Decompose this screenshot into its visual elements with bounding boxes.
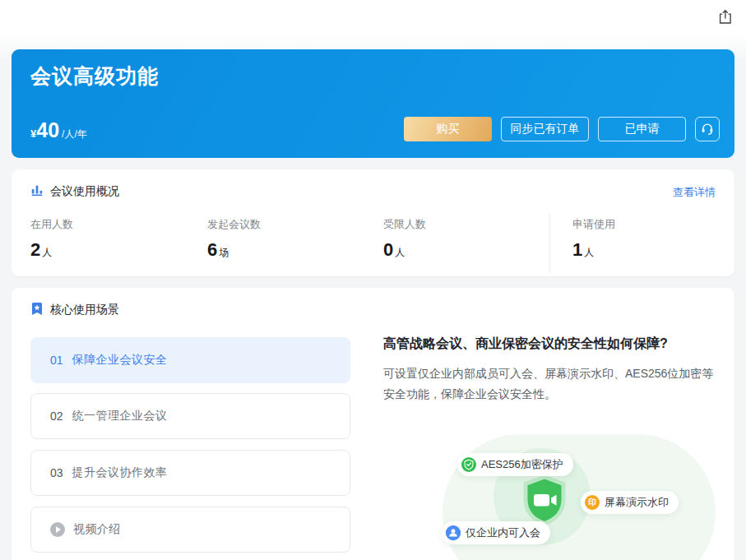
badge-label: AES256加密保护 xyxy=(481,457,563,472)
badge-internal-only: 仅企业内可入会 xyxy=(442,521,550,544)
stat-value: 6场 xyxy=(207,239,261,261)
bar-chart-icon xyxy=(30,183,44,199)
person-icon xyxy=(446,525,461,540)
stat-active-users: 在用人数 2人 xyxy=(30,217,73,261)
video-intro-label: 视频介绍 xyxy=(73,522,121,537)
usage-card-header: 会议使用概况 xyxy=(30,183,119,199)
scene-item-number: 02 xyxy=(50,410,63,423)
badge-label: 屏幕演示水印 xyxy=(605,495,669,510)
shield-check-icon xyxy=(461,457,476,472)
stat-label: 发起会议数 xyxy=(207,217,261,232)
share-icon xyxy=(716,8,733,29)
badge-label: 仅企业内可入会 xyxy=(466,525,540,540)
scene-item-number: 01 xyxy=(50,354,63,367)
stat-unit: 人 xyxy=(42,247,52,258)
play-icon xyxy=(50,522,65,537)
scene-item-label: 提升会议协作效率 xyxy=(72,465,168,480)
bookmark-star-icon xyxy=(30,302,44,318)
usage-overview-card: 会议使用概况 查看详情 在用人数 2人 发起会议数 6场 受限人数 0人 申请使… xyxy=(12,169,734,276)
badge-aes-encryption: AES256加密保护 xyxy=(457,453,573,476)
stat-unit: 人 xyxy=(584,247,594,258)
stat-value: 0人 xyxy=(383,239,426,261)
scene-item-label: 统一管理企业会议 xyxy=(72,409,168,423)
scene-detail-heading: 高管战略会议、商业保密会议的安全性如何保障? xyxy=(383,336,724,353)
scene-item-management[interactable]: 02 统一管理企业会议 xyxy=(30,393,350,439)
stat-label: 申请使用 xyxy=(572,217,615,232)
banner-actions: 购买 同步已有订单 已申请 xyxy=(404,117,720,141)
stat-value: 1人 xyxy=(572,239,615,261)
scene-item-number: 03 xyxy=(50,466,63,479)
price: ¥ 40 /人/年 xyxy=(30,120,87,141)
video-intro-item[interactable]: 视频介绍 xyxy=(30,507,350,553)
badge-screen-watermark: 印 屏幕演示水印 xyxy=(581,491,679,514)
scenes-card-title: 核心使用场景 xyxy=(50,303,119,317)
page-title: 会议高级功能 xyxy=(30,62,159,90)
scenes-card-header: 核心使用场景 xyxy=(30,302,119,318)
support-button[interactable] xyxy=(695,117,720,141)
core-scenes-card: 核心使用场景 01 保障企业会议安全 02 统一管理企业会议 03 提升会议协作… xyxy=(12,288,734,560)
price-currency: ¥ xyxy=(30,127,36,140)
stat-unit: 人 xyxy=(395,247,405,258)
stat-label: 受限人数 xyxy=(383,217,426,232)
stamp-icon: 印 xyxy=(585,495,600,510)
scene-item-security[interactable]: 01 保障企业会议安全 xyxy=(30,337,350,383)
stat-label: 在用人数 xyxy=(30,217,73,232)
buy-button[interactable]: 购买 xyxy=(404,117,492,141)
product-banner: 会议高级功能 ¥ 40 /人/年 购买 同步已有订单 已申请 xyxy=(12,49,734,158)
price-amount: 40 xyxy=(36,120,59,141)
scene-detail-description: 可设置仅企业内部成员可入会、屏幕演示水印、AES256位加密等安全功能，保障企业… xyxy=(383,363,719,405)
scene-item-efficiency[interactable]: 03 提升会议协作效率 xyxy=(30,450,350,496)
stats-divider xyxy=(549,214,550,273)
headset-icon xyxy=(700,121,715,138)
scene-item-label: 保障企业会议安全 xyxy=(72,353,168,368)
stat-unit: 场 xyxy=(219,247,229,258)
view-details-link[interactable]: 查看详情 xyxy=(673,185,716,200)
stat-value: 2人 xyxy=(30,239,73,261)
price-unit: /人/年 xyxy=(62,127,87,141)
stat-meetings-started: 发起会议数 6场 xyxy=(207,217,261,261)
sync-orders-button[interactable]: 同步已有订单 xyxy=(501,117,589,141)
stat-restricted-users: 受限人数 0人 xyxy=(383,217,426,261)
share-button[interactable] xyxy=(715,8,734,28)
stat-apply-usage: 申请使用 1人 xyxy=(572,217,615,261)
applied-button[interactable]: 已申请 xyxy=(598,117,686,141)
usage-card-title: 会议使用概况 xyxy=(50,184,119,199)
